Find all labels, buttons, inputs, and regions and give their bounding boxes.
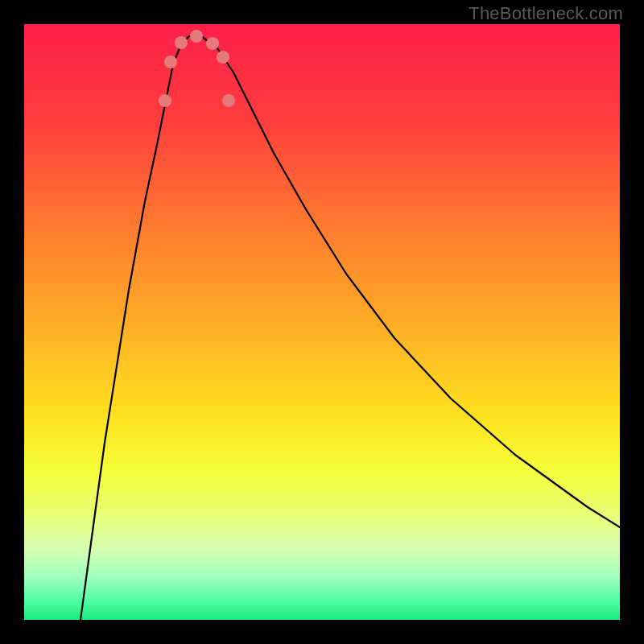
highlight-dot — [190, 30, 203, 43]
curve-layer — [24, 24, 620, 620]
bottleneck-curve — [80, 36, 620, 620]
highlight-dot — [159, 94, 171, 107]
highlight-dot — [175, 36, 188, 49]
plot-area — [24, 24, 620, 620]
highlight-dot — [217, 51, 229, 64]
highlight-dot — [164, 56, 177, 68]
highlight-dot — [222, 94, 235, 107]
highlight-dot — [206, 37, 219, 50]
highlight-markers — [159, 30, 235, 107]
watermark-text: TheBottleneck.com — [469, 3, 623, 24]
